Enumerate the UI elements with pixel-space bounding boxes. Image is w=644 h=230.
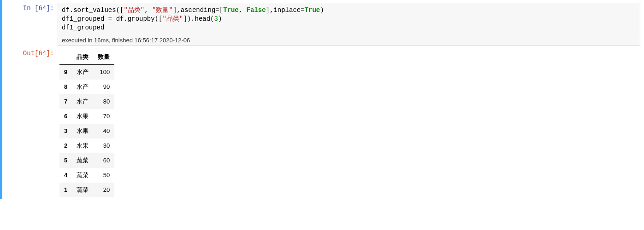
cell-category: 水果: [72, 109, 93, 124]
row-index: 1: [59, 183, 72, 197]
col-header-quantity: 数量: [93, 50, 114, 65]
table-row: 7水产80: [59, 94, 114, 109]
row-index: 8: [59, 80, 72, 94]
cell-quantity: 100: [93, 64, 114, 80]
cell-quantity: 80: [93, 94, 114, 109]
cell-quantity: 90: [93, 80, 114, 94]
table-row: 3水果40: [59, 124, 114, 138]
row-index: 6: [59, 109, 72, 124]
output-row: Out[64]: 品类 数量 9水产1008水产907水产806水果703水果4…: [2, 46, 644, 197]
table-row: 6水果70: [59, 109, 114, 124]
input-row: In [64]: df.sort_values(["品类", "数量"],asc…: [2, 2, 644, 35]
cell-category: 水果: [72, 124, 93, 138]
cell-category: 水产: [72, 80, 93, 94]
cell-category: 水产: [72, 94, 93, 109]
exec-info-row: executed in 16ms, finished 16:56:17 2020…: [2, 35, 644, 46]
table-row: 1蔬菜20: [59, 183, 114, 197]
col-header-category: 品类: [72, 50, 93, 65]
row-index: 7: [59, 94, 72, 109]
notebook-cell: In [64]: df.sort_values(["品类", "数量"],asc…: [0, 0, 644, 199]
exec-prompt-spacer: [2, 35, 58, 46]
row-index: 5: [59, 153, 72, 168]
output-area: 品类 数量 9水产1008水产907水产806水果703水果402水果305蔬菜…: [58, 48, 640, 197]
cell-category: 水产: [72, 64, 93, 80]
cell-category: 蔬菜: [72, 183, 93, 197]
table-row: 8水产90: [59, 80, 114, 94]
cell-category: 水果: [72, 138, 93, 153]
cell-quantity: 50: [93, 168, 114, 183]
cell-quantity: 20: [93, 183, 114, 197]
table-row: 4蔬菜50: [59, 168, 114, 183]
table-row: 9水产100: [59, 64, 114, 80]
table-row: 2水果30: [59, 138, 114, 153]
cell-category: 蔬菜: [72, 153, 93, 168]
cell-category: 蔬菜: [72, 168, 93, 183]
dataframe-table: 品类 数量 9水产1008水产907水产806水果703水果402水果305蔬菜…: [59, 50, 114, 197]
index-header: [59, 50, 72, 65]
cell-quantity: 60: [93, 153, 114, 168]
row-index: 9: [59, 64, 72, 80]
row-index: 2: [59, 138, 72, 153]
code-input[interactable]: df.sort_values(["品类", "数量"],ascending=[T…: [58, 3, 640, 35]
row-index: 3: [59, 124, 72, 138]
table-header-row: 品类 数量: [59, 50, 114, 65]
cell-quantity: 30: [93, 138, 114, 153]
cell-quantity: 40: [93, 124, 114, 138]
row-index: 4: [59, 168, 72, 183]
table-row: 5蔬菜60: [59, 153, 114, 168]
cell-quantity: 70: [93, 109, 114, 124]
input-prompt: In [64]:: [2, 3, 58, 35]
output-prompt: Out[64]:: [2, 48, 58, 197]
table-body: 9水产1008水产907水产806水果703水果402水果305蔬菜604蔬菜5…: [59, 64, 114, 197]
execution-info: executed in 16ms, finished 16:56:17 2020…: [58, 35, 640, 46]
